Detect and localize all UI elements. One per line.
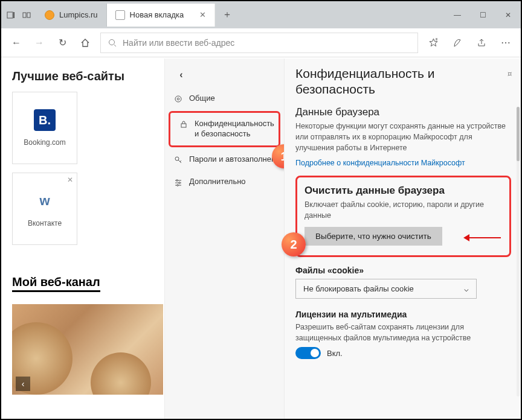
nav-label: Пароли и автозаполнен [189, 154, 276, 165]
feed-heading: Мой веб-канал [12, 275, 100, 292]
tabs-aside-icon[interactable] [5, 9, 17, 21]
svg-line-12 [178, 160, 181, 163]
forward-icon[interactable]: → [28, 37, 51, 48]
panel-title: Конфиденциальность и безопасность [295, 66, 511, 98]
svg-line-13 [180, 161, 181, 162]
svg-point-18 [179, 182, 181, 183]
feed-image[interactable]: ‹ [12, 304, 163, 395]
tile-vk[interactable]: ✕ w Вконтакте [12, 173, 77, 245]
svg-rect-1 [13, 12, 14, 18]
close-window-icon[interactable]: ✕ [495, 4, 521, 26]
browser-data-desc: Некоторые функции могут сохранять данные… [295, 121, 511, 153]
media-heading: Лицензии на мультимедиа [295, 310, 511, 319]
scrollbar[interactable] [517, 107, 520, 396]
svg-rect-3 [27, 13, 30, 18]
tab-lumpics[interactable]: Lumpics.ru [36, 4, 107, 27]
svg-point-19 [177, 184, 179, 186]
annotation-bubble-2: 2 [282, 232, 306, 256]
svg-rect-0 [7, 12, 13, 18]
maximize-icon[interactable]: ☐ [470, 4, 495, 26]
toggle-switch-on[interactable] [295, 347, 321, 359]
scroll-thumb[interactable] [517, 107, 520, 161]
nav-item-advanced[interactable]: Дополнительно [165, 171, 284, 193]
gear-icon [173, 95, 183, 103]
booking-logo-icon: B. [34, 109, 56, 131]
new-tab-button[interactable]: ＋ [215, 8, 239, 21]
svg-point-8 [175, 96, 181, 102]
nav-label: Общие [189, 94, 215, 104]
address-placeholder: Найти или ввести веб-адрес [123, 38, 234, 48]
nav-label: Дополнительно [189, 177, 246, 187]
lock-icon [179, 120, 188, 129]
tab-label: Lumpics.ru [59, 10, 98, 19]
chevron-left-icon[interactable]: ‹ [16, 377, 30, 391]
svg-line-5 [114, 45, 116, 46]
more-icon[interactable]: ⋯ [494, 37, 517, 48]
cookie-heading: Файлы «cookie» [295, 266, 511, 275]
clear-desc: Включает файлы cookie, историю, пароли и… [304, 199, 502, 221]
svg-point-17 [176, 179, 178, 181]
settings-nav: ‹ Общие Конфиденциальность и безопасност… [164, 59, 284, 419]
svg-rect-10 [181, 124, 186, 127]
topsites-grid: B. Booking.com [12, 92, 158, 164]
tab-label: Новая вкладка [130, 10, 184, 19]
address-input[interactable]: Найти или ввести веб-адрес [100, 33, 418, 53]
dropdown-value: Не блокировать файлы cookie [303, 284, 414, 293]
nav-item-passwords[interactable]: Пароли и автозаполнен [165, 148, 284, 171]
tab-new[interactable]: Новая вкладка ✕ [107, 4, 216, 27]
home-icon[interactable] [74, 38, 97, 48]
search-icon [108, 39, 117, 47]
favorites-icon[interactable] [422, 37, 445, 48]
close-icon[interactable]: ✕ [199, 10, 206, 19]
newtab-page: Лучшие веб-сайты B. Booking.com ✕ w Вкон… [1, 59, 164, 419]
nav-item-general[interactable]: Общие [165, 88, 284, 110]
favicon-orange-icon [45, 10, 54, 20]
notes-icon[interactable] [446, 37, 469, 48]
clear-heading: Очистить данные браузера [304, 185, 502, 197]
privacy-link[interactable]: Подробнее о конфиденциальности Майкрософ… [295, 159, 465, 167]
annotation-arrow [465, 237, 501, 238]
refresh-icon[interactable]: ↻ [51, 37, 74, 48]
cookie-dropdown[interactable]: Не блокировать файлы cookie ⌵ [295, 279, 477, 299]
svg-point-4 [109, 39, 115, 45]
tabset-controls [1, 9, 36, 21]
choose-what-to-clear-button[interactable]: Выберите, что нужно очистить [304, 227, 442, 246]
share-icon[interactable] [470, 37, 493, 48]
media-desc: Разрешить веб-сайтам сохранять лицензии … [295, 322, 511, 343]
nav-label: Конфиденциальность и безопасность [195, 119, 274, 139]
content: Лучшие веб-сайты B. Booking.com ✕ w Вкон… [1, 59, 521, 419]
sliders-icon [173, 178, 183, 186]
chevron-down-icon: ⌵ [464, 284, 469, 293]
topsites-heading: Лучшие веб-сайты [12, 69, 158, 83]
svg-point-9 [177, 98, 179, 100]
settings-panel: ✧ Конфиденциальность и безопасность Данн… [284, 59, 521, 419]
close-icon[interactable]: ✕ [67, 176, 73, 184]
back-icon[interactable]: ← [5, 37, 28, 48]
media-toggle[interactable]: Вкл. [295, 347, 511, 359]
settings-back-button[interactable]: ‹ [171, 65, 192, 85]
titlebar: Lumpics.ru Новая вкладка ✕ ＋ — ☐ ✕ [1, 1, 521, 28]
minimize-icon[interactable]: — [445, 4, 470, 26]
browser-data-heading: Данные браузера [295, 106, 511, 118]
key-icon [173, 156, 183, 164]
tile-booking[interactable]: B. Booking.com [12, 92, 77, 164]
toggle-label: Вкл. [327, 349, 343, 358]
favicon-edge-icon [115, 10, 125, 20]
tile-label: Вконтакте [28, 219, 62, 228]
clear-data-section: Очистить данные браузера Включает файлы … [295, 176, 511, 257]
address-bar: ← → ↻ Найти или ввести веб-адрес ⋯ [1, 28, 521, 57]
tabs-preview-icon[interactable] [21, 9, 33, 21]
nav-item-privacy[interactable]: Конфиденциальность и безопасность [169, 111, 280, 147]
svg-rect-2 [23, 13, 26, 18]
tile-label: Booking.com [24, 138, 65, 147]
vk-logo-icon: w [34, 190, 56, 212]
window-controls: — ☐ ✕ [445, 4, 521, 26]
